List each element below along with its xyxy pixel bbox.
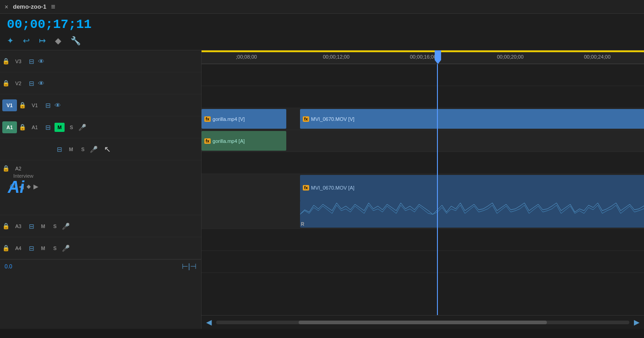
volume-knob-icon[interactable]: ◎ bbox=[10, 182, 16, 191]
solo-btn-a1[interactable]: S bbox=[66, 123, 76, 132]
playhead-marker bbox=[435, 50, 441, 64]
track-target-a1[interactable]: A1 bbox=[2, 121, 17, 133]
settings-icon[interactable]: 🔧 bbox=[71, 36, 81, 46]
track-select-icon[interactable]: ↦ bbox=[39, 36, 46, 46]
track-header-a3: 🔒 A3 ⊟ M S 🎤 bbox=[0, 215, 201, 237]
eye-icon-v3[interactable]: 👁 bbox=[38, 58, 44, 65]
ruler[interactable]: ;00;08;00 00;00;12;00 00;00;16;00 00;00;… bbox=[202, 50, 644, 64]
clip-a2-mvi[interactable]: fx MVI_0670.MOV [A] bbox=[300, 175, 644, 201]
track-label-a3: A3 bbox=[11, 224, 25, 229]
timeline-track-a1-sub bbox=[202, 152, 644, 174]
lock-icon-v3[interactable]: 🔒 bbox=[2, 58, 10, 65]
lock-icon-a1[interactable]: 🔒 bbox=[19, 124, 26, 131]
track-header-a1-sub: ⊟ M S 🎤 ↖ bbox=[0, 138, 201, 160]
lock-icon-v1[interactable]: 🔒 bbox=[19, 102, 26, 109]
track-label-a2: A2 bbox=[11, 166, 25, 171]
track-inner-label-v1: V1 bbox=[28, 103, 42, 108]
track-header-a2: 🔒 A2 Interview ◎ ◀ ◆ ▶ bbox=[0, 160, 201, 215]
lock-icon-a4[interactable]: 🔒 bbox=[2, 245, 10, 251]
track-label-a4: A4 bbox=[11, 245, 25, 251]
clip-v1-gorilla[interactable]: fx gorilla.mp4 [V] bbox=[202, 109, 286, 129]
timeline-track-v3 bbox=[202, 64, 644, 86]
close-button[interactable]: × bbox=[5, 3, 8, 11]
track-sync-a1[interactable]: ⊟ bbox=[44, 124, 53, 131]
track-sync-v3[interactable]: ⊟ bbox=[27, 58, 36, 65]
fit-to-window-icon[interactable]: ⊢|⊣ bbox=[182, 262, 196, 271]
track-sync-v2[interactable]: ⊟ bbox=[27, 80, 36, 87]
mute-btn-a1-sub[interactable]: M bbox=[66, 145, 76, 154]
timeline-track-a3 bbox=[202, 229, 644, 251]
track-headers: 🔒 V3 ⊟ 👁 🔒 V2 ⊟ 👁 V1 🔒 V1 ⊟ 👁 A1 🔒 A1 ⊟ … bbox=[0, 50, 202, 329]
main-layout: 🔒 V3 ⊟ 👁 🔒 V2 ⊟ 👁 V1 🔒 V1 ⊟ 👁 A1 🔒 A1 ⊟ … bbox=[0, 50, 644, 329]
lock-icon-a3[interactable]: 🔒 bbox=[2, 223, 10, 229]
mute-btn-a1[interactable]: M bbox=[55, 123, 65, 132]
track-sync-a1-sub[interactable]: ⊟ bbox=[55, 146, 64, 153]
ripple-tool-icon[interactable]: ↩ bbox=[23, 36, 30, 46]
eye-icon-v1[interactable]: 👁 bbox=[55, 102, 61, 109]
timeline-bottom-bar: ◀ ▶ bbox=[202, 315, 644, 329]
track-inner-label-a1: A1 bbox=[28, 125, 42, 130]
fx-badge-a1-gorilla: fx bbox=[204, 138, 211, 144]
track-target-v1[interactable]: V1 bbox=[2, 99, 17, 111]
track-label-v2: V2 bbox=[11, 81, 25, 86]
clip-a1-gorilla[interactable]: fx gorilla.mp4 [A] bbox=[202, 131, 286, 151]
timeline-track-a2: fx MVI_0670.MOV [A] fx rhonda-interview … bbox=[202, 174, 644, 229]
timecode-display: 00;00;17;11 bbox=[7, 17, 637, 32]
fx-badge-v1-gorilla: fx bbox=[204, 116, 211, 122]
timeline-track-a4 bbox=[202, 251, 644, 273]
track-sync-a3[interactable]: ⊟ bbox=[27, 223, 36, 230]
waveform-a2-mvi: R R bbox=[300, 201, 644, 228]
timeline-track-a1: fx gorilla.mp4 [A] bbox=[202, 130, 644, 152]
mute-btn-a3[interactable]: M bbox=[38, 222, 48, 231]
fx-badge-a2-mvi: fx bbox=[303, 185, 309, 191]
timeline-area: ;00;08;00 00;00;12;00 00;00;16;00 00;00;… bbox=[202, 50, 644, 329]
track-header-v1: V1 🔒 V1 ⊟ 👁 bbox=[0, 94, 201, 116]
clip-label-v1-mvi: MVI_0670.MOV [V] bbox=[311, 116, 355, 122]
project-title: demo-zoo-1 bbox=[13, 3, 46, 10]
r-label-left: R bbox=[301, 222, 304, 227]
lock-icon-v2[interactable]: 🔒 bbox=[2, 80, 10, 87]
track-header-v3: 🔒 V3 ⊟ 👁 bbox=[0, 50, 201, 72]
timeline-track-v2 bbox=[202, 86, 644, 108]
keyframe-next-icon[interactable]: ▶ bbox=[33, 183, 38, 190]
mute-btn-a4[interactable]: M bbox=[38, 244, 48, 253]
fx-badge-v1-mvi: fx bbox=[303, 116, 309, 122]
clip-v1-mvi[interactable]: fx MVI_0670.MOV [V] bbox=[300, 109, 644, 129]
keyframe-diamond-icon[interactable]: ◆ bbox=[27, 183, 31, 190]
timeline-tracks[interactable]: fx gorilla.mp4 [V] fx MVI_0670.MOV [V] f… bbox=[202, 64, 644, 315]
clip-label-a1-gorilla: gorilla.mp4 [A] bbox=[213, 138, 245, 144]
mic-icon-a1-sub[interactable]: 🎤 bbox=[90, 146, 98, 153]
ruler-progress-bar bbox=[202, 50, 644, 52]
selection-tool-icon[interactable]: ✦ bbox=[7, 36, 14, 46]
lock-icon-a2[interactable]: 🔒 bbox=[2, 165, 10, 172]
track-header-a1: A1 🔒 A1 ⊟ M S 🎤 bbox=[0, 116, 201, 138]
solo-btn-a1-sub[interactable]: S bbox=[78, 145, 88, 154]
track-sync-v1[interactable]: ⊟ bbox=[44, 102, 53, 109]
ruler-tick-3: 00;00;16;00 bbox=[410, 54, 437, 60]
cursor-arrow: ↖ bbox=[104, 144, 111, 154]
track-header-v2: 🔒 V2 ⊟ 👁 bbox=[0, 72, 201, 94]
volume-value: 0.0 bbox=[5, 263, 12, 270]
ruler-tick-4: 00;00;20;00 bbox=[497, 54, 524, 60]
solo-btn-a4[interactable]: S bbox=[50, 244, 60, 253]
keyframe-prev-icon[interactable]: ◀ bbox=[19, 183, 24, 190]
clip-label-a2-mvi: MVI_0670.MOV [A] bbox=[311, 185, 355, 191]
mic-icon-a3[interactable]: 🎤 bbox=[62, 223, 70, 230]
clip-label-v1-gorilla: gorilla.mp4 [V] bbox=[213, 116, 245, 122]
horizontal-scrollbar[interactable] bbox=[216, 321, 629, 324]
scroll-right-icon[interactable]: ▶ bbox=[634, 318, 639, 327]
menu-icon[interactable]: ≡ bbox=[51, 3, 55, 11]
marker-icon[interactable]: ◆ bbox=[55, 36, 61, 46]
scroll-left-icon[interactable]: ◀ bbox=[206, 318, 212, 327]
mic-icon-a1[interactable]: 🎤 bbox=[78, 124, 86, 131]
top-bar: × demo-zoo-1 ≡ bbox=[0, 0, 644, 14]
ruler-tick-2: 00;00;12;00 bbox=[323, 54, 349, 60]
track-label-v3: V3 bbox=[11, 59, 25, 64]
track-name-a2: Interview bbox=[11, 172, 35, 180]
mic-icon-a4[interactable]: 🎤 bbox=[62, 245, 70, 252]
eye-icon-v2[interactable]: 👁 bbox=[38, 80, 44, 87]
ruler-tick-5: 00;00;24;00 bbox=[584, 54, 611, 60]
ruler-tick-1: ;00;08;00 bbox=[236, 54, 257, 60]
track-sync-a4[interactable]: ⊟ bbox=[27, 245, 36, 252]
solo-btn-a3[interactable]: S bbox=[50, 222, 60, 231]
